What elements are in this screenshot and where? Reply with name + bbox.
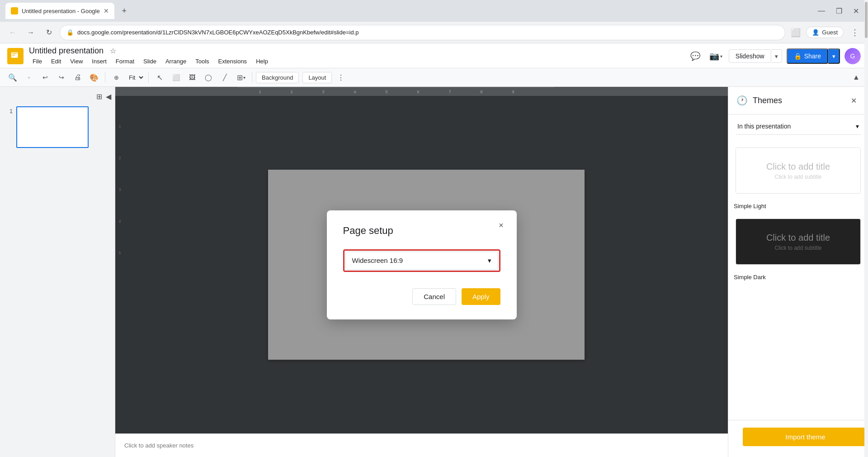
undo-button[interactable]: ↩ xyxy=(38,70,52,85)
theme-dark-preview[interactable]: Click to add title Click to add subtitle xyxy=(736,219,861,265)
themes-header: 🕐 Themes ✕ xyxy=(728,87,868,114)
shapes-tool[interactable]: ◯ xyxy=(201,70,216,85)
camera-icon: 📷 xyxy=(709,51,719,61)
collapse-panel-icon[interactable]: ◀ xyxy=(106,92,111,101)
refresh-button[interactable]: ↻ xyxy=(42,25,56,40)
comment-icon[interactable]: 💬 xyxy=(687,48,703,64)
browser-menu-icon[interactable]: ⋮ xyxy=(847,26,863,39)
canvas-with-ruler: 1 2 3 4 5 xyxy=(115,96,728,433)
tab-title: Untitled presentation - Google xyxy=(22,8,100,14)
svg-text:4: 4 xyxy=(354,90,356,94)
zoom-out-toolbar-icon[interactable]: 🔍 xyxy=(5,70,20,85)
menu-view[interactable]: View xyxy=(66,57,86,66)
notes-area[interactable]: Click to add speaker notes xyxy=(115,433,728,457)
page-setup-modal: × Page setup Widescreen 16:9 ▾ Cancel A xyxy=(327,210,517,319)
slideshow-button[interactable]: Slideshow xyxy=(729,49,771,63)
page-setup-overlay[interactable]: × Page setup Widescreen 16:9 ▾ Cancel A xyxy=(115,96,728,433)
modal-title: Page setup xyxy=(343,225,500,237)
maximize-icon[interactable]: ❐ xyxy=(832,5,846,17)
themes-section: In this presentation ▾ xyxy=(728,114,868,138)
theme-light-preview[interactable]: Click to add title Click to add subtitle xyxy=(736,148,861,194)
more-toolbar-btn[interactable]: ⋮ xyxy=(334,70,348,85)
slide-thumbnail[interactable] xyxy=(16,106,89,148)
user-avatar[interactable]: G xyxy=(844,48,861,64)
themes-clock-icon: 🕐 xyxy=(736,94,748,107)
toolbar-separator-1 xyxy=(105,72,105,83)
background-button[interactable]: Background xyxy=(256,72,299,83)
print-button[interactable]: 🖨 xyxy=(71,70,85,85)
more-shapes-btn[interactable]: ⊞▾ xyxy=(234,70,248,85)
theme-dark-item[interactable]: Click to add title Click to add subtitle… xyxy=(728,219,868,284)
menu-tools[interactable]: Tools xyxy=(192,57,212,66)
url-text: docs.google.com/presentation/d/1LzrClDSN… xyxy=(77,29,359,36)
share-label: Share xyxy=(804,52,821,60)
address-bar[interactable]: 🔒 docs.google.com/presentation/d/1LzrClD… xyxy=(60,25,785,40)
theme-light-subtitle: Click to add subtitle xyxy=(774,174,821,180)
meet-icon[interactable]: 📷 ▾ xyxy=(708,48,724,64)
theme-light-name: Simple Light xyxy=(732,199,864,213)
forward-button[interactable]: → xyxy=(24,25,38,40)
toolbar: 🔍 + ↩ ↪ 🖨 🎨 ⊕ Fit ↖ ⬜ 🖼 ◯ ╱ ⊞▾ Backgroun… xyxy=(0,68,868,87)
new-tab-button[interactable]: + xyxy=(118,5,131,17)
lines-tool[interactable]: ╱ xyxy=(217,70,232,85)
theme-dark-slide: Click to add title Click to add subtitle xyxy=(736,219,860,264)
layout-button[interactable]: Layout xyxy=(302,72,332,83)
apply-button[interactable]: Apply xyxy=(462,288,500,305)
tab-close-icon[interactable]: ✕ xyxy=(104,7,109,14)
cursor-tool[interactable]: ↖ xyxy=(152,70,167,85)
svg-text:2: 2 xyxy=(290,90,292,94)
app-header: Untitled presentation ☆ File Edit View I… xyxy=(0,43,868,68)
app-title[interactable]: Untitled presentation xyxy=(29,46,104,56)
star-icon[interactable]: ☆ xyxy=(110,47,116,55)
share-dropdown-button[interactable]: ▾ xyxy=(828,48,840,64)
app-container: Untitled presentation ☆ File Edit View I… xyxy=(0,43,868,457)
share-button[interactable]: 🔒 Share xyxy=(787,48,828,64)
page-size-dropdown[interactable]: Widescreen 16:9 ▾ xyxy=(345,252,498,270)
menu-insert[interactable]: Insert xyxy=(88,57,110,66)
zoom-select[interactable]: Fit xyxy=(125,73,145,82)
themes-panel: 🕐 Themes ✕ In this presentation ▾ xyxy=(728,87,868,457)
selection-tool[interactable]: ⬜ xyxy=(169,70,183,85)
close-window-icon[interactable]: ✕ xyxy=(849,5,863,17)
minimize-icon[interactable]: — xyxy=(814,5,829,17)
menu-extensions[interactable]: Extensions xyxy=(215,57,251,66)
cancel-button[interactable]: Cancel xyxy=(412,288,456,305)
toolbar-separator-2 xyxy=(148,72,149,83)
theme-light-title: Click to add title xyxy=(766,162,830,172)
slideshow-dropdown-button[interactable]: ▾ xyxy=(771,49,782,63)
browser-tab[interactable]: Untitled presentation - Google ✕ xyxy=(5,3,114,19)
add-icon: + xyxy=(27,74,31,81)
menu-arrange[interactable]: Arrange xyxy=(162,57,190,66)
menu-help[interactable]: Help xyxy=(252,57,272,66)
svg-text:3: 3 xyxy=(322,90,324,94)
section-chevron-icon: ▾ xyxy=(856,123,859,130)
modal-close-button[interactable]: × xyxy=(494,219,509,233)
notes-placeholder: Click to add speaker notes xyxy=(124,442,193,449)
menu-file[interactable]: File xyxy=(29,57,46,66)
grid-view-icon[interactable]: ⊞ xyxy=(96,92,102,101)
menu-format[interactable]: Format xyxy=(112,57,138,66)
themes-scroll-area[interactable]: In this presentation ▾ Click to add titl… xyxy=(728,114,868,420)
slide-thumbnail-item: 1 xyxy=(4,106,111,148)
browser-bar: Untitled presentation - Google ✕ + — ❐ ✕ xyxy=(0,0,868,22)
collapse-toolbar-icon[interactable]: ▲ xyxy=(850,71,863,84)
sidebar-toggle-icon[interactable]: ⬜ xyxy=(789,26,802,39)
zoom-fit-icon[interactable]: ⊕ xyxy=(109,70,123,85)
slide-number: 1 xyxy=(4,108,13,114)
menu-edit[interactable]: Edit xyxy=(47,57,65,66)
back-button[interactable]: ← xyxy=(5,25,20,40)
import-theme-button[interactable]: Import theme xyxy=(743,428,868,446)
app-menu: File Edit View Insert Format Slide Arran… xyxy=(29,57,272,66)
slideshow-button-group: Slideshow ▾ xyxy=(729,49,782,63)
dropdown-wrapper: Widescreen 16:9 ▾ xyxy=(343,249,500,272)
menu-slide[interactable]: Slide xyxy=(140,57,160,66)
image-tool[interactable]: 🖼 xyxy=(185,70,199,85)
in-this-presentation-dropdown[interactable]: In this presentation ▾ xyxy=(736,118,861,135)
svg-text:8: 8 xyxy=(480,90,482,94)
themes-close-button[interactable]: ✕ xyxy=(846,93,861,108)
profile-button[interactable]: 👤 Guest xyxy=(806,27,844,38)
theme-light-item[interactable]: Click to add title Click to add subtitle… xyxy=(728,138,868,213)
paint-format-icon[interactable]: 🎨 xyxy=(87,70,101,85)
import-theme-section: Import theme xyxy=(728,420,868,457)
redo-button[interactable]: ↪ xyxy=(54,70,69,85)
